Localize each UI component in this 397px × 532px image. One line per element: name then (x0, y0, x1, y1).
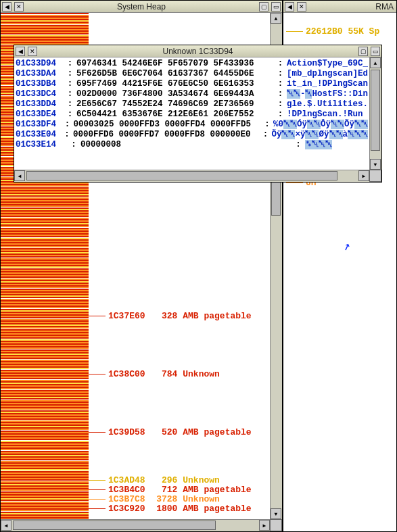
connector-line (89, 316, 106, 316)
hex-row[interactable]: 01C33DE4:6C504421 6353676E 212E6E61 206E… (16, 110, 368, 120)
hex-ascii: ␈␀␀␀ (305, 140, 368, 150)
hex-separator: : (64, 89, 76, 99)
connector-line (89, 508, 106, 509)
scroll-up-icon[interactable]: ▲ (271, 13, 281, 24)
hex-separator: : (67, 140, 80, 150)
toggle-icon[interactable]: ▢ (259, 2, 268, 11)
hex-separator: : (62, 120, 74, 130)
heap-label[interactable]: 1C37E60 328 AMB pagetable (89, 311, 252, 321)
back-icon[interactable]: ◀ (285, 2, 294, 11)
hex-scrollbar-horizontal[interactable]: ◀ ▶ (14, 170, 369, 182)
scroll-left-icon[interactable]: ◀ (1, 520, 11, 531)
hex-separator: : (64, 110, 76, 120)
heap-label-size: 1800 (150, 504, 177, 514)
heap-titlebar[interactable]: ◀ ✕ System Heap ▢ ▭ (1, 1, 282, 13)
close-icon[interactable]: ✕ (14, 2, 24, 11)
hex-row[interactable]: 01C33DD4:2E656C67 74552E24 74696C69 2E73… (16, 99, 368, 110)
iconize-icon[interactable]: ▭ (271, 2, 281, 11)
hex-bytes: 695F7469 44215F6E 676E6C50 6E616353 (76, 79, 274, 89)
rma-label-text: 22612B0 55K Sp (306, 26, 379, 37)
connector-line (89, 489, 106, 490)
scroll-down-icon[interactable]: ▼ (370, 159, 381, 170)
iconize-icon[interactable]: ▭ (371, 47, 380, 56)
hex-separator: : (61, 130, 73, 140)
heap-label-addr: 1C3B7C8 (108, 494, 145, 504)
scroll-up-icon[interactable]: ▲ (370, 57, 381, 68)
heap-label[interactable]: 1C3B7C8 3728 Unknown (89, 494, 220, 504)
heap-label-size: 296 (150, 475, 177, 485)
heap-label-desc: AMB pagetable (183, 427, 251, 437)
rma-title: RMA (308, 2, 396, 11)
hex-bytes: 0000FFD6 0000FFD7 0000FFD8 000000E0 (73, 130, 260, 140)
heap-label-addr: 1C3AD48 (108, 475, 145, 485)
heap-label[interactable]: 1C39D58 520 AMB pagetable (89, 427, 252, 437)
hex-ascii: gle.$.Utilities. (287, 99, 368, 110)
scroll-thumb-horizontal[interactable] (26, 171, 337, 180)
hex-address: 01C33DB4 (16, 79, 64, 89)
rma-titlebar[interactable]: ◀ ✕ RMA (283, 1, 396, 13)
hex-row[interactable]: 01C33DC4:002D0000 736F4800 3A534674 6E69… (16, 89, 368, 99)
toggle-icon[interactable]: ▢ (358, 47, 368, 56)
heap-label[interactable]: 1C3B4C0 712 AMB pagetable (89, 485, 252, 495)
hex-ascii: %0␀␀Óÿ␀␀Ôÿ␀␀Õÿ␀␀ (273, 120, 368, 130)
connector-line (286, 31, 303, 32)
heap-label[interactable]: 1C38C00 784 Unknown (89, 369, 220, 379)
rma-label[interactable]: 22612B0 55K Sp (286, 26, 379, 37)
resize-corner[interactable] (270, 519, 282, 531)
scroll-right-icon[interactable]: ▶ (358, 170, 369, 181)
hex-row[interactable]: 01C33DA4:5F626D5B 6E6C7064 61637367 6445… (16, 69, 368, 79)
heap-scrollbar-horizontal[interactable]: ◀ ▶ (1, 519, 270, 531)
hex-separator: : (64, 59, 76, 69)
hex-ascii: Action$Type_69C_ (287, 59, 368, 69)
hex-separator: : (274, 110, 287, 120)
hex-separator: : (274, 99, 287, 110)
hex-separator: : (260, 130, 272, 140)
heap-label-desc: AMB pagetable (183, 504, 251, 514)
resize-corner[interactable] (369, 170, 381, 182)
hex-separator: : (274, 79, 287, 89)
hex-row[interactable]: 01C33DB4:695F7469 44215F6E 676E6C50 6E61… (16, 79, 368, 89)
hex-separator: : (274, 59, 287, 69)
hex-bytes: 5F626D5B 6E6C7064 61637367 64455D6E (76, 69, 274, 79)
connector-line (89, 480, 106, 481)
hex-row[interactable]: 01C33D94:69746341 54246E6F 5F657079 5F43… (16, 59, 368, 69)
heap-label-desc: Unknown (183, 369, 220, 379)
hex-titlebar[interactable]: ◀ ✕ Unknown 1C33D94 ▢ ▭ (14, 45, 381, 57)
heap-label-addr: 1C3B4C0 (108, 485, 145, 495)
connector-line (89, 432, 106, 433)
scroll-down-icon[interactable]: ▼ (271, 508, 281, 519)
hex-ascii: ␀␀-␀HostFS::Din (287, 89, 368, 99)
hex-separator: : (291, 140, 305, 150)
heap-label[interactable]: 1C3AD48 296 Unknown (89, 475, 220, 485)
hex-address: 01C33E14 (16, 140, 67, 150)
heap-label-desc: AMB pagetable (183, 311, 251, 321)
hex-body[interactable]: 01C33D94:69746341 54246E6F 5F657079 5F43… (14, 57, 369, 170)
hex-row[interactable]: 01C33E14:00000008:␈␀␀␀ (16, 140, 368, 150)
heap-title: System Heap (25, 2, 258, 11)
hex-scrollbar-vertical[interactable]: ▲ ▼ (369, 57, 381, 170)
back-icon[interactable]: ◀ (2, 2, 11, 11)
hex-bytes: 002D0000 736F4800 3A534674 6E69443A (76, 89, 274, 99)
hex-address: 01C33DE4 (16, 110, 64, 120)
hex-address: 01C33DC4 (16, 89, 64, 99)
hex-address: 01C33DD4 (16, 99, 64, 110)
scroll-thumb-vertical[interactable] (371, 70, 380, 151)
scroll-left-icon[interactable]: ◀ (14, 170, 25, 181)
heap-label-size: 328 (150, 311, 177, 321)
hex-row[interactable]: 01C33DF4:00003025 0000FFD3 0000FFD4 0000… (16, 120, 368, 130)
scroll-thumb-horizontal[interactable] (13, 521, 216, 530)
hex-address: 01C33DA4 (16, 69, 64, 79)
hex-bytes: 6C504421 6353676E 212E6E61 206E7552 (76, 110, 274, 120)
heap-label[interactable]: 1C3C920 1800 AMB pagetable (89, 504, 252, 514)
hex-bytes: 2E656C67 74552E24 74696C69 2E736569 (76, 99, 274, 110)
connector-line (89, 374, 106, 374)
hex-bytes: 00000008 (80, 140, 291, 150)
back-icon[interactable]: ◀ (16, 47, 25, 56)
close-icon[interactable]: ✕ (297, 2, 306, 11)
hex-bytes: 00003025 0000FFD3 0000FFD4 0000FFD5 (73, 120, 261, 130)
heap-label-addr: 1C37E60 (108, 311, 145, 321)
heap-label-addr: 1C3C920 (108, 504, 145, 514)
scroll-right-icon[interactable]: ▶ (259, 520, 270, 531)
hex-row[interactable]: 01C33E04:0000FFD6 0000FFD7 0000FFD8 0000… (16, 130, 368, 140)
close-icon[interactable]: ✕ (28, 47, 37, 56)
